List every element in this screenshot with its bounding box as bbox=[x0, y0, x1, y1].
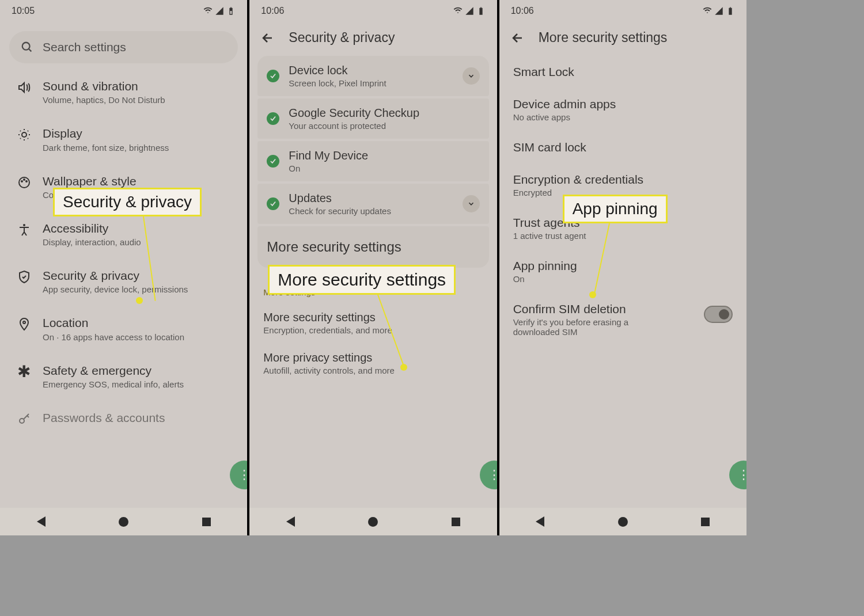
page-title: Security & privacy bbox=[289, 30, 395, 45]
clock: 10:05 bbox=[12, 6, 35, 16]
search-icon bbox=[21, 41, 33, 54]
nav-back-icon[interactable] bbox=[37, 516, 46, 527]
page-title: More security settings bbox=[539, 30, 668, 45]
item-sub: App security, device lock, permissions bbox=[43, 284, 236, 294]
search-placeholder: Search settings bbox=[43, 40, 126, 54]
item-smart-lock[interactable]: Smart Lock bbox=[499, 56, 746, 88]
item-app-pinning[interactable]: App pinning On bbox=[499, 250, 746, 293]
nav-bar bbox=[0, 508, 247, 535]
status-icons bbox=[203, 6, 236, 16]
item-confirm-sim[interactable]: Confirm SIM deletion Verify it's you bef… bbox=[499, 293, 746, 346]
svg-point-4 bbox=[21, 181, 22, 182]
card-title: Updates bbox=[289, 192, 453, 205]
chevron-down-icon[interactable] bbox=[463, 67, 480, 85]
card-more-security[interactable]: More security settings bbox=[257, 226, 488, 268]
card-title: Find My Device bbox=[289, 149, 479, 162]
header: More security settings bbox=[499, 20, 746, 56]
item-sub: No active apps bbox=[513, 112, 733, 122]
settings-item-security[interactable]: Security & privacy App security, device … bbox=[0, 257, 247, 305]
check-icon bbox=[267, 197, 279, 210]
settings-item-accessibility[interactable]: Accessibility Display, interaction, audi… bbox=[0, 210, 247, 257]
item-sim-lock[interactable]: SIM card lock bbox=[499, 131, 746, 163]
card-sub: Screen lock, Pixel Imprint bbox=[289, 78, 453, 88]
nav-home-icon[interactable] bbox=[368, 517, 378, 527]
security-card-list: Device lock Screen lock, Pixel Imprint G… bbox=[257, 56, 488, 268]
nav-home-icon[interactable] bbox=[119, 517, 128, 527]
nav-bar bbox=[499, 508, 746, 535]
settings-item-sound[interactable]: Sound & vibration Volume, haptics, Do No… bbox=[0, 68, 247, 115]
item-title: Passwords & accounts bbox=[43, 410, 236, 425]
screen-more-security: 10:06 More security settings Smart Lock … bbox=[499, 0, 746, 535]
battery-icon bbox=[726, 6, 735, 16]
item-title: Security & privacy bbox=[43, 268, 236, 283]
card-sub: Your account is protected bbox=[289, 121, 479, 131]
nav-home-icon[interactable] bbox=[618, 517, 628, 527]
item-title: SIM card lock bbox=[513, 140, 733, 154]
back-icon[interactable] bbox=[261, 31, 275, 45]
fab-button[interactable]: ⋮ bbox=[729, 461, 746, 489]
item-more-privacy[interactable]: More privacy settings Autofill, activity… bbox=[249, 343, 497, 383]
card-updates[interactable]: Updates Check for security updates bbox=[257, 184, 488, 224]
card-title: Device lock bbox=[289, 64, 453, 77]
card-google-checkup[interactable]: Google Security Checkup Your account is … bbox=[257, 98, 488, 139]
signal-icon bbox=[465, 6, 474, 16]
item-more-security[interactable]: More security settings Encryption, crede… bbox=[249, 303, 497, 343]
back-icon[interactable] bbox=[511, 31, 525, 45]
header: Security & privacy bbox=[249, 20, 497, 56]
item-sub: 1 active trust agent bbox=[513, 231, 733, 241]
item-title: Safety & emergency bbox=[43, 363, 236, 378]
svg-line-1 bbox=[29, 49, 32, 52]
asterisk-icon: ✱ bbox=[17, 365, 31, 379]
brightness-icon bbox=[17, 128, 31, 144]
settings-item-safety[interactable]: ✱ Safety & emergency Emergency SOS, medi… bbox=[0, 352, 247, 400]
item-title: More privacy settings bbox=[263, 351, 483, 364]
chevron-down-icon[interactable] bbox=[463, 195, 480, 212]
svg-point-2 bbox=[22, 132, 26, 137]
battery-icon bbox=[226, 6, 236, 16]
svg-point-5 bbox=[24, 179, 25, 180]
card-sub: Check for security updates bbox=[289, 206, 453, 216]
settings-item-display[interactable]: Display Dark theme, font size, brightnes… bbox=[0, 115, 247, 162]
toggle-confirm-sim[interactable] bbox=[704, 306, 733, 323]
status-icons bbox=[703, 6, 735, 16]
item-sub: On bbox=[513, 274, 733, 284]
nav-bar bbox=[249, 508, 497, 535]
nav-back-icon[interactable] bbox=[286, 516, 295, 527]
clock: 10:06 bbox=[261, 6, 284, 16]
callout-more-security: More security settings bbox=[268, 265, 456, 295]
shield-icon bbox=[17, 270, 31, 286]
status-bar: 10:06 bbox=[249, 0, 497, 20]
nav-recent-icon[interactable] bbox=[202, 518, 211, 526]
nav-recent-icon[interactable] bbox=[452, 518, 460, 526]
search-input[interactable]: Search settings bbox=[9, 31, 238, 63]
location-icon bbox=[17, 317, 31, 333]
callout-app-pinning: App pinning bbox=[563, 195, 668, 223]
nav-recent-icon[interactable] bbox=[701, 518, 710, 526]
screen-settings: 10:05 Search settings Sound & vibration … bbox=[0, 0, 249, 535]
item-sub: Encryption, credentials, and more bbox=[263, 325, 483, 335]
item-title: Wallpaper & style bbox=[43, 173, 236, 189]
svg-point-9 bbox=[20, 419, 24, 423]
status-bar: 10:05 bbox=[0, 0, 247, 20]
card-title: Google Security Checkup bbox=[289, 107, 479, 120]
check-icon bbox=[267, 155, 279, 168]
nav-back-icon[interactable] bbox=[536, 516, 544, 527]
palette-icon bbox=[17, 176, 31, 192]
svg-point-6 bbox=[26, 181, 27, 182]
settings-item-passwords[interactable]: Passwords & accounts bbox=[0, 400, 247, 439]
item-title: Location bbox=[43, 315, 236, 330]
item-device-admin[interactable]: Device admin apps No active apps bbox=[499, 88, 746, 131]
fab-button[interactable]: ⋮ bbox=[480, 461, 499, 489]
item-title: App pinning bbox=[513, 259, 733, 273]
wifi-icon bbox=[703, 6, 712, 16]
card-device-lock[interactable]: Device lock Screen lock, Pixel Imprint bbox=[257, 56, 488, 96]
clock: 10:06 bbox=[511, 6, 534, 16]
fab-button[interactable]: ⋮ bbox=[230, 461, 249, 489]
item-sub: Autofill, activity controls, and more bbox=[263, 366, 483, 375]
item-sub: Verify it's you before erasing a downloa… bbox=[513, 317, 663, 337]
item-title: Confirm SIM deletion bbox=[513, 302, 692, 316]
svg-point-0 bbox=[22, 43, 30, 50]
svg-point-7 bbox=[23, 224, 25, 226]
card-find-device[interactable]: Find My Device On bbox=[257, 141, 488, 181]
settings-item-location[interactable]: Location On · 16 apps have access to loc… bbox=[0, 305, 247, 352]
